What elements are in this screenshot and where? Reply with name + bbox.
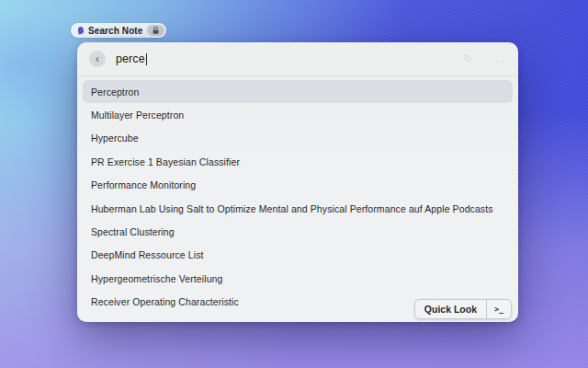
terminal-button[interactable]: >_ <box>487 300 511 318</box>
refresh-icon[interactable]: ↻ <box>463 42 472 75</box>
more-icon[interactable]: … <box>494 42 505 75</box>
list-item[interactable]: Spectral Clustering <box>83 220 513 243</box>
search-note-label: Search Note <box>88 26 142 36</box>
lock-badge <box>147 25 164 36</box>
list-item[interactable]: Hypergeometrische Verteilung <box>83 267 513 290</box>
list-item[interactable]: Multilayer Perceptron <box>83 103 513 126</box>
search-note-pill[interactable]: Search Note <box>71 23 166 38</box>
text-caret <box>146 53 148 65</box>
search-input[interactable]: perce <box>116 52 147 65</box>
list-item[interactable]: PR Exercise 1 Bayesian Classifier <box>83 150 513 173</box>
quick-look-control: Quick Look >_ <box>414 299 512 319</box>
quick-look-button[interactable]: Quick Look <box>415 300 486 318</box>
results-list: PerceptronMultilayer PerceptronHypercube… <box>77 76 518 322</box>
list-item[interactable]: Perceptron <box>83 80 513 103</box>
search-query-text: perce <box>116 52 145 65</box>
back-button[interactable]: ‹ <box>89 51 106 67</box>
lock-icon <box>152 27 160 35</box>
search-panel: ‹ perce ↻ … PerceptronMultilayer Percept… <box>77 42 518 322</box>
search-header: ‹ perce ↻ … <box>77 42 518 75</box>
list-item[interactable]: DeepMind Ressource List <box>83 244 513 267</box>
list-item[interactable]: Hypercube <box>83 127 513 150</box>
list-item[interactable]: Huberman Lab Using Salt to Optimize Ment… <box>83 197 513 220</box>
list-item[interactable]: Performance Monitoring <box>83 174 513 197</box>
desktop: Search Note ‹ perce ↻ … PerceptronMultil… <box>0 0 588 368</box>
chevron-left-icon: ‹ <box>96 53 99 64</box>
quill-icon <box>77 27 84 35</box>
